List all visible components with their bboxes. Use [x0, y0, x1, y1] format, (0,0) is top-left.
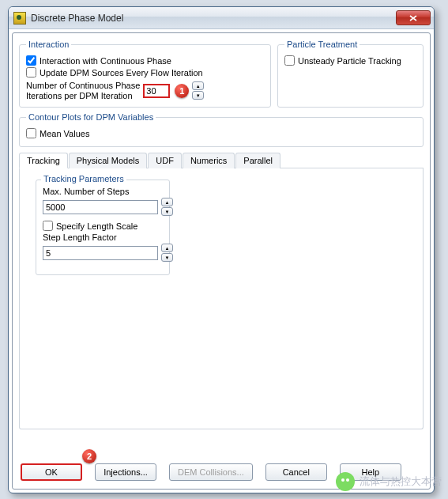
tab-physical-models[interactable]: Physical Models [69, 153, 147, 168]
cb-update-sources-label: Update DPM Sources Every Flow Iteration [40, 68, 203, 77]
step-length-down[interactable]: ▼ [161, 253, 173, 262]
dem-collisions-button[interactable]: DEM Collisions... [169, 463, 253, 481]
iterations-input[interactable] [143, 84, 170, 98]
top-row: Interaction Interaction with Continuous … [19, 40, 424, 112]
cb-mean-values-label: Mean Values [40, 129, 89, 138]
cb-update-sources[interactable]: Update DPM Sources Every Flow Iteration [26, 67, 264, 77]
cb-unsteady[interactable]: Unsteady Particle Tracking [284, 55, 416, 66]
iterations-row: Number of Continuous Phase Iterations pe… [26, 81, 264, 100]
max-steps-down[interactable]: ▼ [161, 207, 173, 216]
cb-update-sources-input[interactable] [26, 67, 36, 77]
max-steps-label: Max. Number of Steps [43, 187, 163, 196]
interaction-group: Interaction Interaction with Continuous … [19, 40, 271, 108]
cb-specify-length-input[interactable] [43, 221, 53, 231]
ok-button[interactable]: OK [21, 463, 82, 481]
interaction-legend: Interaction [26, 40, 71, 49]
cb-unsteady-input[interactable] [284, 55, 295, 66]
tab-parallel[interactable]: Parallel [235, 153, 280, 168]
tracking-params-group: Tracking Parameters Max. Number of Steps… [36, 180, 170, 275]
callout-1: 1 [175, 84, 189, 98]
iterations-spinner: ▲ ▼ [192, 81, 204, 100]
wechat-icon [336, 472, 355, 491]
cancel-button[interactable]: Cancel [265, 463, 327, 481]
injections-button[interactable]: Injections... [95, 463, 156, 481]
close-icon [409, 15, 417, 21]
watermark-text: 流体与热控大本营 [360, 474, 442, 489]
cb-mean-values[interactable]: Mean Values [26, 128, 416, 138]
client-area: Interaction Interaction with Continuous … [12, 32, 431, 490]
iterations-down[interactable]: ▼ [192, 91, 204, 100]
cb-mean-values-input[interactable] [26, 128, 36, 138]
contour-legend: Contour Plots for DPM Variables [26, 112, 156, 122]
max-steps-up[interactable]: ▲ [161, 198, 173, 206]
tab-tracking[interactable]: Tracking [19, 153, 68, 168]
cb-interaction-continuous[interactable]: Interaction with Continuous Phase [26, 55, 264, 66]
step-length-label: Step Length Factor [43, 232, 163, 242]
max-steps-spinner: ▲ ▼ [161, 198, 173, 216]
max-steps-field: Max. Number of Steps ▲ ▼ [43, 187, 163, 216]
step-length-input[interactable] [43, 246, 158, 260]
contour-group: Contour Plots for DPM Variables Mean Val… [19, 112, 424, 147]
particle-legend: Particle Treatment [284, 40, 360, 49]
tab-panel: Tracking Parameters Max. Number of Steps… [19, 168, 424, 429]
cb-specify-length[interactable]: Specify Length Scale [43, 221, 163, 231]
tab-strip: Tracking Physical Models UDF Numerics Pa… [19, 152, 424, 168]
particle-group: Particle Treatment Unsteady Particle Tra… [277, 40, 424, 108]
step-length-up[interactable]: ▲ [161, 244, 173, 252]
tab-numerics[interactable]: Numerics [183, 153, 235, 168]
cb-interaction-continuous-input[interactable] [26, 55, 36, 66]
step-length-spinner: ▲ ▼ [161, 244, 173, 262]
max-steps-input[interactable] [43, 200, 158, 214]
iterations-label: Number of Continuous Phase Iterations pe… [26, 81, 140, 100]
watermark: 流体与热控大本营 [336, 472, 442, 491]
close-button[interactable] [396, 10, 431, 25]
iterations-up[interactable]: ▲ [192, 81, 204, 90]
app-icon [13, 12, 26, 25]
cb-specify-length-label: Specify Length Scale [56, 221, 137, 231]
dialog-window: Discrete Phase Model Interaction Interac… [8, 6, 435, 493]
cb-interaction-continuous-label: Interaction with Continuous Phase [40, 56, 171, 66]
step-length-field: Step Length Factor ▲ ▼ [43, 232, 163, 262]
tab-udf[interactable]: UDF [148, 153, 182, 168]
cb-unsteady-label: Unsteady Particle Tracking [298, 56, 401, 66]
title-bar: Discrete Phase Model [9, 7, 434, 29]
tracking-params-legend: Tracking Parameters [41, 174, 126, 183]
window-title: Discrete Phase Model [31, 13, 396, 24]
